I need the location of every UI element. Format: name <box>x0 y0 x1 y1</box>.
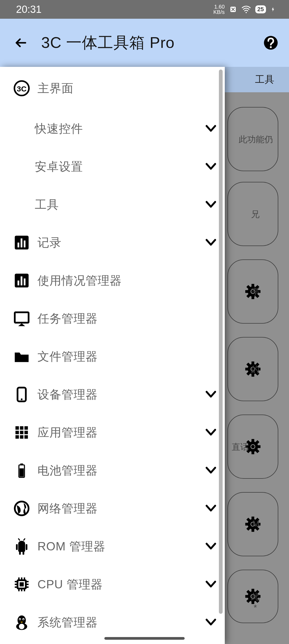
backdrop-label: 直话 <box>232 441 249 453</box>
backdrop-label: 此 * <box>251 591 260 613</box>
chevron-down-icon[interactable] <box>204 160 217 173</box>
drawer-item-label: 快速控件 <box>35 121 204 137</box>
drawer-item-label: CPU 管理器 <box>37 577 204 592</box>
apps-icon <box>12 424 32 441</box>
chevron-down-icon[interactable] <box>204 236 217 249</box>
drawer-item-label: 应用管理器 <box>37 425 204 440</box>
x-box-icon <box>229 5 237 13</box>
battery-indicator: 25 <box>255 5 266 13</box>
drawer-item-label: 电池管理器 <box>37 463 204 478</box>
drawer-item[interactable]: 记录 <box>0 224 225 262</box>
monitor-icon <box>12 310 32 327</box>
chevron-down-icon[interactable] <box>204 426 217 439</box>
navigation-drawer[interactable]: 主界面快速控件安卓设置工具记录使用情况管理器任务管理器文件管理器设备管理器应用管… <box>0 67 225 644</box>
battery-icon <box>12 462 32 479</box>
drawer-item[interactable]: 使用情况管理器 <box>0 262 225 300</box>
tux-icon <box>12 614 32 631</box>
3c-icon <box>12 80 32 97</box>
backdrop-label: M <box>252 519 260 529</box>
drawer-item-label: 工具 <box>35 197 204 213</box>
drawer-item[interactable]: ROM 管理器 <box>0 527 225 565</box>
chevron-down-icon[interactable] <box>204 540 217 553</box>
drawer-item-label: 使用情况管理器 <box>37 273 217 289</box>
status-right: 1.60KB/s 25 <box>213 4 276 15</box>
wifi-icon <box>241 5 251 14</box>
drawer-item-label: ROM 管理器 <box>37 539 204 554</box>
drawer-item[interactable]: 安卓设置 <box>0 148 225 186</box>
drawer-item[interactable]: 文件管理器 <box>0 338 225 375</box>
scrollbar-thumb[interactable] <box>219 70 223 614</box>
chevron-down-icon[interactable] <box>204 578 217 591</box>
app-title: 3C 一体工具箱 Pro <box>41 32 250 53</box>
chevron-down-icon[interactable] <box>204 464 217 477</box>
drawer-item[interactable]: 快速控件 <box>0 110 225 148</box>
backdrop-label: 亭 <box>251 286 260 298</box>
chart-icon <box>12 272 32 289</box>
status-time: 20:31 <box>16 4 41 15</box>
drawer-item[interactable]: 工具 <box>0 186 225 224</box>
backdrop-label: 的 <box>251 364 260 375</box>
phone-icon <box>12 386 32 403</box>
drawer-item[interactable]: 网络管理器 <box>0 489 225 527</box>
drawer-item[interactable]: 主界面 <box>0 67 225 110</box>
drawer-item-label: 记录 <box>37 235 204 251</box>
tab-tools[interactable]: 工具 <box>255 73 274 86</box>
drawer-item-label: 系统管理器 <box>37 615 204 630</box>
help-button[interactable] <box>263 35 278 50</box>
globe-icon <box>12 500 32 517</box>
drawer-item[interactable]: 设备管理器 <box>0 375 225 413</box>
drawer-item-label: 安卓设置 <box>35 159 204 175</box>
drawer-item[interactable]: 电池管理器 <box>0 451 225 489</box>
nav-indicator <box>104 637 185 640</box>
backdrop-label: 兄 <box>251 209 260 220</box>
chevron-down-icon[interactable] <box>204 502 217 515</box>
cpu-icon <box>12 576 32 593</box>
chevron-down-icon[interactable] <box>204 616 217 629</box>
chevron-down-icon[interactable] <box>204 198 217 211</box>
folder-icon <box>12 348 32 365</box>
drawer-item[interactable]: 任务管理器 <box>0 300 225 338</box>
chart-icon <box>12 234 32 251</box>
chevron-down-icon[interactable] <box>204 122 217 135</box>
drawer-item[interactable]: CPU 管理器 <box>0 565 225 603</box>
drawer-item[interactable]: 应用管理器 <box>0 413 225 451</box>
drawer-item-label: 设备管理器 <box>37 387 204 402</box>
drawer-item-label: 网络管理器 <box>37 501 204 516</box>
app-header: 3C 一体工具箱 Pro <box>0 19 289 67</box>
chevron-down-icon[interactable] <box>204 388 217 401</box>
bolt-icon <box>270 5 276 14</box>
status-network-speed: 1.60KB/s <box>213 4 225 15</box>
drawer-item-label: 主界面 <box>37 80 217 96</box>
android-icon <box>12 538 32 555</box>
drawer-item-label: 任务管理器 <box>37 311 217 327</box>
back-button[interactable] <box>13 36 28 50</box>
drawer-item[interactable]: 系统管理器 <box>0 603 225 641</box>
drawer-item-label: 文件管理器 <box>37 349 217 365</box>
status-bar: 20:31 1.60KB/s 25 <box>0 0 289 19</box>
backdrop-label: 此功能仍 <box>239 134 273 145</box>
